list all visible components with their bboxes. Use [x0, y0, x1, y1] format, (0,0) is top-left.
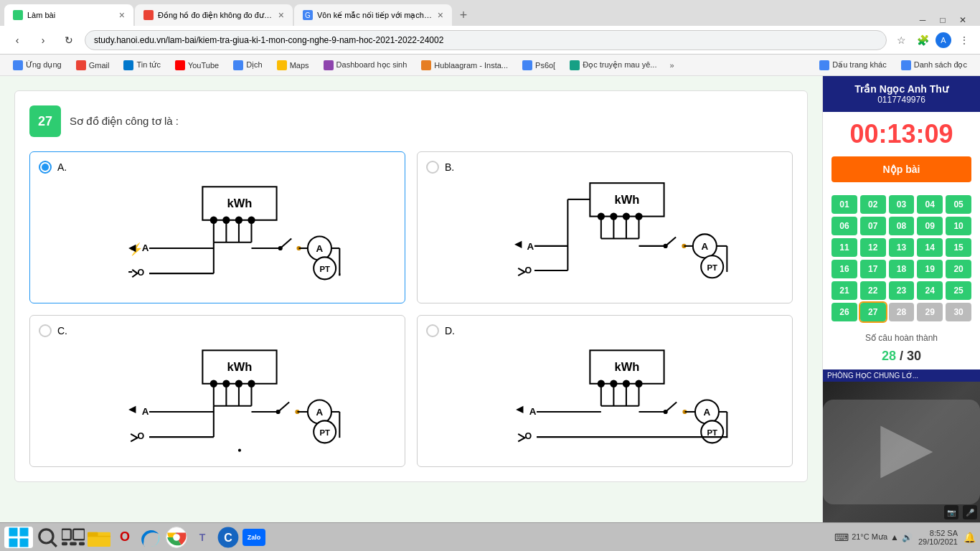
- bookmark-gmail[interactable]: Gmail: [70, 59, 116, 72]
- bookmark-star-icon[interactable]: ☆: [892, 32, 910, 49]
- option-d-radio[interactable]: [426, 324, 439, 337]
- taskbar-teams[interactable]: T: [191, 526, 214, 549]
- volume-icon[interactable]: 🔊: [902, 532, 913, 542]
- num-btn-09[interactable]: 09: [917, 217, 943, 235]
- num-btn-06[interactable]: 06: [831, 217, 857, 235]
- bookmark-gmail-label: Gmail: [89, 61, 110, 70]
- num-btn-12[interactable]: 12: [860, 238, 886, 257]
- num-btn-20[interactable]: 20: [946, 260, 971, 278]
- option-b-label: B.: [426, 161, 783, 174]
- forward-button[interactable]: ›: [33, 30, 53, 50]
- bookmark-ung-dung[interactable]: Ứng dụng: [7, 59, 67, 72]
- num-btn-07[interactable]: 07: [860, 217, 886, 235]
- taskbar-opera[interactable]: O: [113, 526, 136, 549]
- bookmark-more[interactable]: »: [665, 60, 678, 71]
- svg-rect-129: [88, 532, 98, 536]
- taskbar-edge[interactable]: [139, 526, 162, 549]
- num-btn-01[interactable]: 01: [831, 195, 857, 214]
- num-btn-05[interactable]: 05: [946, 195, 971, 214]
- svg-rect-126: [70, 542, 77, 545]
- user-id: 0117749976: [831, 95, 971, 105]
- option-d-box[interactable]: D. kWh: [417, 315, 793, 467]
- num-btn-11[interactable]: 11: [831, 238, 857, 257]
- num-btn-28[interactable]: 28: [889, 303, 915, 321]
- video-thumbnail[interactable]: 📷 🎤: [823, 382, 980, 522]
- question-header: 27 Sơ đồ điện công tơ là :: [29, 105, 793, 137]
- circuit-a-diagram: kWh: [39, 179, 396, 294]
- tab3-close[interactable]: ×: [438, 9, 443, 21]
- num-btn-17[interactable]: 17: [860, 260, 886, 278]
- start-button[interactable]: [4, 527, 33, 548]
- num-btn-04[interactable]: 04: [917, 195, 943, 214]
- option-b-box[interactable]: B. kWh: [417, 151, 793, 303]
- num-btn-21[interactable]: 21: [831, 281, 857, 300]
- tab-dong-ho[interactable]: Đồng hồ đo điện không đo được... ×: [135, 4, 293, 26]
- bookmark-hublaagram[interactable]: Hublaagram - Insta...: [415, 59, 514, 72]
- network-icon[interactable]: ▲: [890, 532, 899, 542]
- bookmark-dashboard[interactable]: Dashboard học sinh: [318, 59, 413, 72]
- num-btn-27[interactable]: 27: [860, 303, 886, 321]
- num-btn-13[interactable]: 13: [889, 238, 915, 257]
- bookmark-danh-sach[interactable]: Danh sách đọc: [895, 59, 973, 72]
- close-button[interactable]: ✕: [957, 14, 969, 26]
- option-a-box[interactable]: A. kWh: [29, 151, 405, 303]
- taskbar-chrome[interactable]: [165, 526, 188, 549]
- num-btn-22[interactable]: 22: [860, 281, 886, 300]
- profile-icon[interactable]: A: [936, 32, 951, 48]
- user-info: Trần Ngọc Anh Thư 0117749976: [823, 76, 980, 112]
- bookmark-maps[interactable]: Maps: [271, 59, 315, 72]
- num-btn-24[interactable]: 24: [917, 281, 943, 300]
- bookmark-tin-tuc[interactable]: Tin tức: [118, 59, 166, 72]
- num-btn-30[interactable]: 30: [946, 303, 971, 321]
- maximize-button[interactable]: □: [937, 14, 948, 26]
- tab2-close[interactable]: ×: [278, 9, 284, 21]
- bookmark-danh-sach-label: Danh sách đọc: [914, 60, 967, 70]
- submit-button[interactable]: Nộp bài: [831, 156, 971, 182]
- num-btn-19[interactable]: 19: [917, 260, 943, 278]
- svg-point-132: [173, 534, 180, 541]
- video-camera-icon[interactable]: 📷: [944, 505, 958, 519]
- bookmark-youtube[interactable]: YouTube: [169, 59, 225, 72]
- num-btn-26[interactable]: 26: [831, 303, 857, 321]
- num-btn-18[interactable]: 18: [889, 260, 915, 278]
- option-a-radio[interactable]: [39, 161, 52, 174]
- taskbar-task-view[interactable]: [62, 526, 85, 549]
- danh-sach-icon: [901, 60, 911, 70]
- notification-icon[interactable]: 🔔: [963, 532, 976, 543]
- num-btn-25[interactable]: 25: [946, 281, 971, 300]
- minimize-button[interactable]: ─: [917, 14, 928, 26]
- tab1-close[interactable]: ×: [119, 9, 125, 21]
- tab-von-ke[interactable]: G Vôn kế mắc nối tiếp với mạch di... ×: [294, 4, 452, 26]
- num-btn-10[interactable]: 10: [946, 217, 971, 235]
- num-btn-08[interactable]: 08: [889, 217, 915, 235]
- bookmark-dau-trang[interactable]: Dấu trang khác: [814, 59, 892, 72]
- circuit-b-diagram: kWh: [426, 179, 783, 294]
- num-btn-29[interactable]: 29: [917, 303, 943, 321]
- taskbar-chrome2[interactable]: C: [217, 526, 240, 549]
- num-btn-02[interactable]: 02: [860, 195, 886, 214]
- taskbar-zalo[interactable]: Zalo: [242, 529, 265, 546]
- extensions-icon[interactable]: 🧩: [914, 32, 931, 49]
- menu-icon[interactable]: ⋮: [956, 32, 973, 49]
- option-c-box[interactable]: C. kWh: [29, 315, 405, 467]
- num-btn-16[interactable]: 16: [831, 260, 857, 278]
- tab-lam-bai[interactable]: Làm bài ×: [4, 4, 133, 26]
- reload-button[interactable]: ↻: [59, 30, 79, 50]
- bookmark-dich[interactable]: Dịch: [227, 59, 268, 72]
- video-mic-icon[interactable]: 🎤: [963, 505, 977, 519]
- num-btn-23[interactable]: 23: [889, 281, 915, 300]
- address-input[interactable]: [85, 30, 887, 50]
- option-b-radio[interactable]: [426, 161, 439, 174]
- taskbar-file-explorer[interactable]: [88, 526, 110, 549]
- keyboard-icon[interactable]: ⌨: [834, 532, 849, 543]
- option-c-radio[interactable]: [39, 324, 52, 337]
- system-clock[interactable]: 8:52 SA 29/10/2021: [918, 529, 958, 546]
- taskbar-search[interactable]: [36, 526, 59, 549]
- bookmark-ps6o[interactable]: Ps6o[: [517, 59, 561, 72]
- num-btn-14[interactable]: 14: [917, 238, 943, 257]
- back-button[interactable]: ‹: [7, 30, 27, 50]
- new-tab-button[interactable]: +: [453, 4, 473, 26]
- bookmark-doc-truyen[interactable]: Đọc truyện mau yê...: [564, 59, 662, 72]
- num-btn-03[interactable]: 03: [889, 195, 915, 214]
- num-btn-15[interactable]: 15: [946, 238, 971, 257]
